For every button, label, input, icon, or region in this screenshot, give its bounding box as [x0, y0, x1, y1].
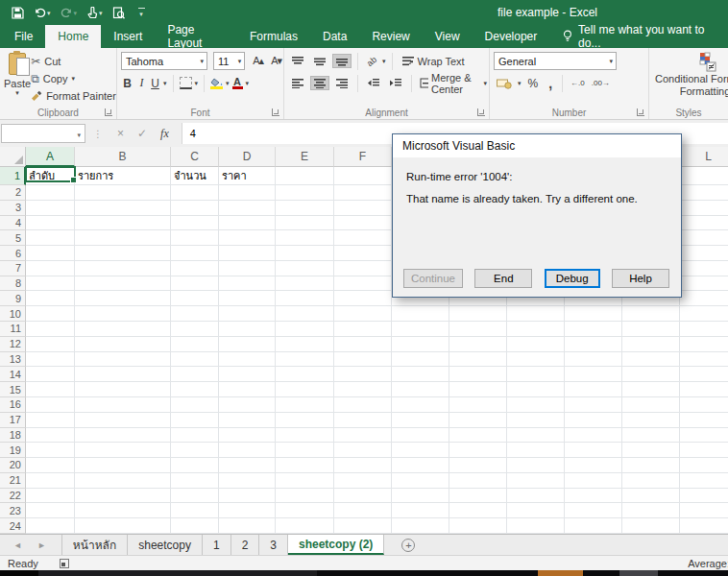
- decrease-indent-button[interactable]: [364, 76, 383, 90]
- cell-G11[interactable]: [392, 322, 449, 337]
- cell-K21[interactable]: [622, 473, 680, 489]
- cell-J13[interactable]: [565, 352, 622, 368]
- touch-mode-icon[interactable]: ▾: [84, 5, 106, 21]
- align-left-button[interactable]: [288, 76, 307, 90]
- cell-E23[interactable]: [276, 503, 334, 518]
- cell-B21[interactable]: [75, 473, 171, 489]
- cell-G21[interactable]: [392, 473, 449, 489]
- tab-review[interactable]: Review: [359, 25, 422, 48]
- cell-E8[interactable]: [276, 276, 334, 292]
- decrease-decimal-icon[interactable]: .00→: [590, 80, 612, 87]
- borders-icon[interactable]: [180, 77, 192, 89]
- cell-E3[interactable]: [276, 201, 334, 216]
- align-middle-button[interactable]: [310, 54, 329, 68]
- cell-I11[interactable]: [507, 322, 565, 337]
- cell-E12[interactable]: [276, 337, 334, 352]
- cell-B4[interactable]: [75, 216, 171, 231]
- cell-B11[interactable]: [75, 322, 171, 337]
- cell-L8[interactable]: [680, 276, 728, 292]
- sheet-tab-1[interactable]: 1: [203, 535, 231, 555]
- cell-B19[interactable]: [75, 443, 171, 458]
- row-header-9[interactable]: 9: [0, 291, 26, 306]
- cell-F23[interactable]: [334, 503, 392, 518]
- cell-I14[interactable]: [507, 367, 565, 382]
- cell-C20[interactable]: [171, 458, 219, 473]
- cell-I15[interactable]: [507, 382, 565, 397]
- cell-L15[interactable]: [680, 382, 728, 397]
- cell-D11[interactable]: [219, 322, 276, 337]
- cell-D20[interactable]: [219, 458, 276, 473]
- cell-I17[interactable]: [507, 413, 565, 428]
- cell-D15[interactable]: [219, 382, 276, 397]
- align-bottom-button[interactable]: [332, 54, 352, 68]
- cell-A18[interactable]: [26, 428, 75, 444]
- cell-A4[interactable]: [26, 216, 75, 231]
- cell-C2[interactable]: [171, 185, 219, 201]
- cell-J23[interactable]: [565, 503, 622, 518]
- column-header-E[interactable]: E: [276, 147, 334, 167]
- cell-C13[interactable]: [171, 352, 219, 368]
- cell-A8[interactable]: [26, 276, 75, 292]
- cell-F18[interactable]: [334, 428, 392, 444]
- cell-L11[interactable]: [680, 322, 728, 337]
- cell-L6[interactable]: [680, 246, 728, 261]
- cell-B6[interactable]: [75, 246, 171, 261]
- cell-C23[interactable]: [171, 503, 219, 518]
- cell-K13[interactable]: [622, 352, 680, 368]
- cell-F9[interactable]: [334, 291, 392, 306]
- cell-H11[interactable]: [449, 322, 507, 337]
- cell-L17[interactable]: [680, 413, 728, 428]
- clipboard-dialog-launcher-icon[interactable]: [105, 108, 112, 116]
- align-top-button[interactable]: [288, 54, 307, 68]
- row-header-22[interactable]: 22: [0, 489, 26, 504]
- cell-B9[interactable]: [75, 291, 171, 306]
- cell-I12[interactable]: [507, 337, 565, 352]
- shrink-font-icon[interactable]: A▾: [271, 55, 281, 67]
- underline-button[interactable]: U: [150, 77, 160, 90]
- cell-J14[interactable]: [565, 367, 622, 382]
- cell-E14[interactable]: [276, 367, 334, 382]
- font-color-button[interactable]: A: [232, 77, 243, 89]
- cell-A10[interactable]: [26, 306, 75, 322]
- cell-C19[interactable]: [171, 443, 219, 458]
- cell-A13[interactable]: [26, 352, 75, 368]
- cell-H10[interactable]: [449, 306, 507, 322]
- merge-center-button[interactable]: Merge & Center: [417, 70, 480, 97]
- cell-H15[interactable]: [449, 382, 507, 397]
- cell-E1[interactable]: [276, 167, 334, 185]
- name-box[interactable]: ▾: [1, 124, 85, 143]
- debug-button[interactable]: Debug: [545, 269, 600, 288]
- column-header-B[interactable]: B: [75, 147, 171, 167]
- alignment-dialog-launcher-icon[interactable]: [477, 108, 485, 116]
- cancel-icon[interactable]: ×: [110, 127, 131, 140]
- column-header-L[interactable]: L: [680, 147, 728, 167]
- cell-H21[interactable]: [449, 473, 507, 489]
- copy-button[interactable]: ⧉ Copy ▾: [31, 70, 116, 86]
- cell-B20[interactable]: [75, 458, 171, 473]
- cell-D10[interactable]: [219, 306, 276, 322]
- cell-E11[interactable]: [276, 322, 334, 337]
- cell-D16[interactable]: [219, 397, 276, 413]
- cell-C15[interactable]: [171, 382, 219, 397]
- cell-H24[interactable]: [449, 518, 507, 534]
- cell-I13[interactable]: [507, 352, 565, 368]
- increase-decimal-icon[interactable]: ←.0: [569, 80, 587, 87]
- row-header-21[interactable]: 21: [0, 473, 26, 489]
- cell-C6[interactable]: [171, 246, 219, 261]
- cell-B16[interactable]: [75, 397, 171, 413]
- cell-G20[interactable]: [392, 458, 449, 473]
- cell-L1[interactable]: [680, 167, 728, 185]
- cell-B3[interactable]: [75, 201, 171, 216]
- cell-L5[interactable]: [680, 230, 728, 246]
- cell-H20[interactable]: [449, 458, 507, 473]
- cell-H14[interactable]: [449, 367, 507, 382]
- cell-C18[interactable]: [171, 428, 219, 444]
- percent-style-button[interactable]: %: [524, 77, 543, 90]
- cell-A11[interactable]: [26, 322, 75, 337]
- cell-J11[interactable]: [565, 322, 622, 337]
- fill-color-button[interactable]: [210, 78, 223, 89]
- cell-J10[interactable]: [565, 306, 622, 322]
- print-preview-icon[interactable]: [109, 5, 128, 21]
- sheet-tab-หน้าหลัก[interactable]: หน้าหลัก: [62, 535, 128, 555]
- cell-F5[interactable]: [334, 230, 392, 246]
